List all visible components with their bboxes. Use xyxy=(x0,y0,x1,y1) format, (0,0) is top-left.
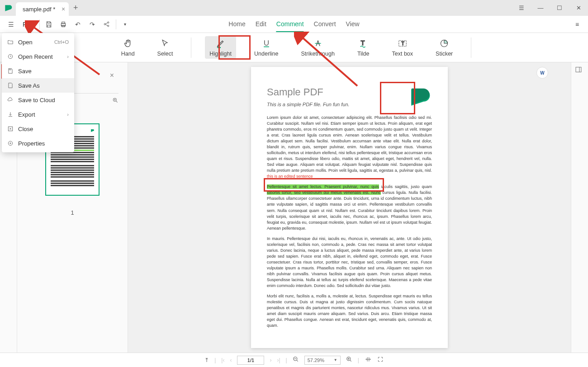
file-button[interactable]: File xyxy=(18,17,38,32)
divider xyxy=(116,19,116,29)
menu-tabs: Home Edit Comment Convert View xyxy=(228,17,359,32)
new-tab-button[interactable]: + xyxy=(69,3,82,13)
thumbs-close-icon[interactable]: × xyxy=(110,71,114,80)
next-page-icon[interactable]: › xyxy=(270,357,271,363)
menu-label: Open xyxy=(18,39,33,46)
svg-text:T: T xyxy=(401,41,404,46)
menu-shortcut: Ctrl+O xyxy=(54,39,69,45)
svg-point-16 xyxy=(8,141,12,145)
doc-subtitle: This is a simple PDF file. Fun fun fun. xyxy=(267,101,350,108)
edited-text: this is an edited sentence xyxy=(267,174,313,179)
document-tab[interactable]: sample.pdf * × xyxy=(16,2,69,16)
menu-export[interactable]: Export › xyxy=(2,107,74,122)
page-input[interactable] xyxy=(237,356,264,365)
print-icon[interactable] xyxy=(56,17,71,32)
zoom-select[interactable]: 57.29%▼ xyxy=(304,356,341,365)
redo-icon[interactable]: ↷ xyxy=(85,17,100,32)
highlighted-text: lobortis tortor, sed vestibulum dui metu… xyxy=(267,190,381,195)
menu-open[interactable]: Open Ctrl+O xyxy=(2,35,74,49)
menu-label: Save xyxy=(18,68,32,75)
menu-label: Close xyxy=(18,126,33,132)
menu-save[interactable]: Save xyxy=(2,64,74,78)
prev-page-icon[interactable]: ‹ xyxy=(230,357,232,363)
scroll-top-icon[interactable]: ⤒ xyxy=(204,357,209,363)
fit-page-icon[interactable] xyxy=(377,356,384,364)
hamburger-icon[interactable]: ☰ xyxy=(512,0,531,16)
tool-sticker[interactable]: Sticker xyxy=(431,36,457,59)
toolbar: ☰ File ↶ ↷ ▾ Home Edit Comment Convert V… xyxy=(0,16,588,33)
doc-title: Sample PDF xyxy=(267,85,350,99)
doc-para: In mauris. Pellentesque dui nisi, iaculi… xyxy=(267,236,432,289)
underline-icon xyxy=(261,38,272,49)
fit-width-icon[interactable] xyxy=(365,356,372,364)
last-page-icon[interactable]: ›| xyxy=(277,357,280,363)
menu-save-as[interactable]: Save As xyxy=(2,78,74,93)
undo-icon[interactable]: ↶ xyxy=(71,17,85,32)
tool-strikethrough[interactable]: Strikethrough xyxy=(297,36,339,59)
doc-logo xyxy=(407,85,432,110)
close-icon xyxy=(7,126,14,132)
close-window-button[interactable]: ✕ xyxy=(569,0,588,16)
workspace: × Sample PDF This is a simple PDF file. … xyxy=(0,62,588,353)
maximize-button[interactable]: ☐ xyxy=(550,0,569,16)
textbox-icon: T xyxy=(397,38,408,49)
ribbon: Hand Select Highlight Underline Striketh… xyxy=(0,33,588,62)
ribbon-label: Sticker xyxy=(436,51,453,57)
pdf-page: Sample PDF This is a simple PDF file. Fu… xyxy=(251,67,448,348)
tool-tilde[interactable]: T Tilde xyxy=(353,36,374,59)
tool-hand[interactable]: Hand xyxy=(117,36,139,59)
divider xyxy=(191,38,191,58)
doc-para: Pellentesque sit amet lectus. Praesent p… xyxy=(267,184,432,231)
thumb-page-number: 1 xyxy=(71,209,74,216)
share-icon[interactable] xyxy=(100,17,114,32)
tab-convert[interactable]: Convert xyxy=(314,17,336,32)
zoom-in-icon[interactable] xyxy=(346,356,352,364)
tab-close-icon[interactable]: × xyxy=(62,5,65,13)
ribbon-label: Tilde xyxy=(357,51,370,57)
divider xyxy=(39,19,40,29)
menu-properties[interactable]: Properties xyxy=(2,136,74,151)
canvas[interactable]: W Sample PDF This is a simple PDF file. … xyxy=(128,62,571,353)
menu-label: Export xyxy=(18,111,35,118)
tab-home[interactable]: Home xyxy=(228,17,245,32)
ribbon-label: Hand xyxy=(121,51,135,57)
zoom-out-icon[interactable] xyxy=(293,356,299,364)
first-page-icon[interactable]: |‹ xyxy=(221,357,224,363)
tab-edit[interactable]: Edit xyxy=(256,17,266,32)
right-sidebar xyxy=(571,62,588,353)
save-icon xyxy=(7,68,14,74)
tool-select[interactable]: Select xyxy=(153,36,178,59)
save-icon[interactable] xyxy=(42,17,56,32)
menu-save-cloud[interactable]: Save to Cloud xyxy=(2,93,74,107)
tool-underline[interactable]: Underline xyxy=(250,36,283,59)
tab-comment[interactable]: Comment xyxy=(276,17,304,32)
chevron-right-icon: › xyxy=(67,54,69,59)
ribbon-label: Select xyxy=(157,51,173,57)
menu-label: Save to Cloud xyxy=(18,97,55,104)
statusbar: ⤒| |‹ ‹ › ›| | 57.29%▼ | xyxy=(0,353,588,367)
save-as-icon xyxy=(7,82,14,89)
word-export-badge[interactable]: W xyxy=(536,67,548,79)
tab-title: sample.pdf * xyxy=(23,6,55,13)
doc-para: Morbi elit nunc, facilisis a, mollis a, … xyxy=(267,293,432,329)
chevron-right-icon: › xyxy=(67,112,69,117)
tool-highlight[interactable]: Highlight xyxy=(205,36,236,59)
recent-icon xyxy=(7,53,14,60)
tool-textbox[interactable]: T Text box xyxy=(388,36,418,59)
menu-label: Open Recent xyxy=(18,53,53,60)
divider xyxy=(471,38,471,58)
menu-icon[interactable]: ☰ xyxy=(4,17,18,32)
minimize-button[interactable]: — xyxy=(531,0,550,16)
file-menu: Open Ctrl+O Open Recent › Save Save As S… xyxy=(2,33,74,152)
dropdown-icon[interactable]: ▾ xyxy=(118,17,133,32)
menu-open-recent[interactable]: Open Recent › xyxy=(2,49,74,64)
collapse-ribbon-icon[interactable]: ≡ xyxy=(570,17,584,32)
properties-icon xyxy=(7,140,14,146)
strikethrough-icon xyxy=(313,38,323,49)
folder-icon xyxy=(7,39,14,45)
menu-close[interactable]: Close xyxy=(2,122,74,136)
panel-toggle-icon[interactable] xyxy=(571,62,588,79)
highlight-icon xyxy=(215,38,226,49)
tab-view[interactable]: View xyxy=(346,17,360,32)
export-icon xyxy=(7,111,14,118)
